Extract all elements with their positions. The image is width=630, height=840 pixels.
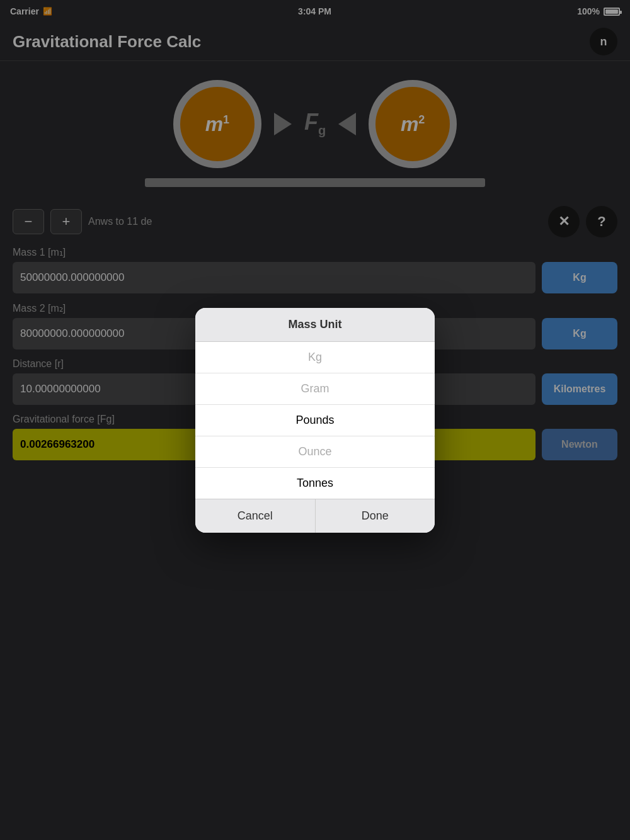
picker-item-ounce[interactable]: Ounce bbox=[195, 436, 435, 468]
picker-title: Mass Unit bbox=[195, 308, 435, 341]
picker-cancel-button[interactable]: Cancel bbox=[195, 499, 316, 533]
picker-actions: Cancel Done bbox=[195, 499, 435, 533]
picker-done-button[interactable]: Done bbox=[316, 499, 435, 533]
picker-item-gram[interactable]: Gram bbox=[195, 373, 435, 405]
picker-item-pounds[interactable]: Pounds bbox=[195, 405, 435, 436]
picker-item-tonnes[interactable]: Tonnes bbox=[195, 468, 435, 499]
picker-item-kg[interactable]: Kg bbox=[195, 342, 435, 373]
picker-list: Kg Gram Pounds Ounce Tonnes bbox=[195, 341, 435, 499]
modal-overlay[interactable]: Mass Unit Kg Gram Pounds Ounce Tonnes Ca… bbox=[0, 0, 630, 840]
picker-modal: Mass Unit Kg Gram Pounds Ounce Tonnes Ca… bbox=[195, 308, 435, 533]
